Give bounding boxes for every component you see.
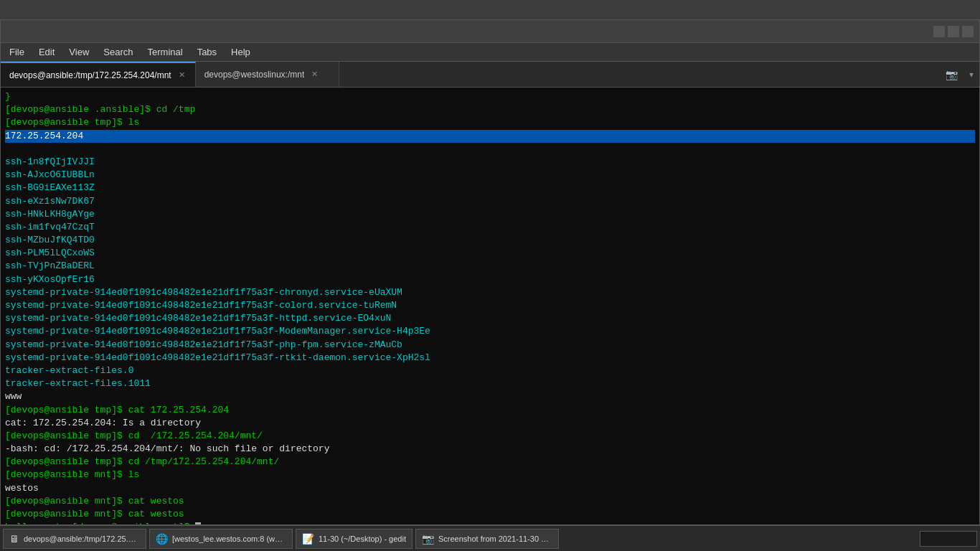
terminal-line: systemd-private-914ed0f1091c498482e1e21d… <box>5 352 430 363</box>
menu-item-search[interactable]: Search <box>98 45 138 59</box>
terminal-line: systemd-private-914ed0f1091c498482e1e21d… <box>5 287 402 298</box>
taskbar-label: 11-30 (~/Desktop) - gedit <box>319 534 406 543</box>
close-button[interactable] <box>962 26 974 37</box>
tab-1[interactable]: devops@ansible:/tmp/172.25.254.204/mnt ✕ <box>1 62 196 87</box>
menu-item-terminal[interactable]: Terminal <box>142 45 189 59</box>
terminal-line: [devops@ansible mnt]$ cat westos <box>5 509 184 519</box>
terminal-line: -bash: cd: /172.25.254.204/mnt/: No such… <box>5 443 329 454</box>
terminal-cursor <box>195 522 201 524</box>
terminal-line: ssh-TVjPnZBaDERL <box>5 260 95 271</box>
taskbar-search-input[interactable] <box>920 531 977 547</box>
camera-icon: 📷 <box>946 69 958 80</box>
terminal-line: [devops@ansible tmp]$ cd /172.25.254.204… <box>5 430 263 441</box>
system-bar <box>0 0 980 19</box>
terminal-line: [devops@ansible mnt]$ ls <box>5 469 139 480</box>
terminal-line: ssh-BG9iEAXe113Z <box>5 182 95 193</box>
taskbar-item-tb2[interactable]: 🌐[westos_lee.westos.com:8 (westos)... <box>149 529 293 549</box>
taskbar-icon: 📝 <box>302 533 314 545</box>
title-bar <box>1 20 979 43</box>
terminal-line: systemd-private-914ed0f1091c498482e1e21d… <box>5 300 397 311</box>
terminal-line: ssh-1n8fQIjIVJJI <box>5 156 95 167</box>
terminal-line: ssh-im1fvq47CzqT <box>5 222 95 232</box>
menu-item-view[interactable]: View <box>63 45 95 59</box>
terminal-line: [devops@ansible mnt]$ cat westos <box>5 496 184 507</box>
terminal-line: ssh-eXz1sNw7DK67 <box>5 196 95 207</box>
terminal-line: ssh-PLM5lLQCxoWS <box>5 248 95 258</box>
tab-2-label: devops@westoslinux:/mnt <box>204 70 305 80</box>
terminal-line: westos <box>5 483 39 494</box>
taskbar-icon: 🌐 <box>156 533 168 545</box>
tab-2[interactable]: devops@westoslinux:/mnt ✕ <box>196 62 339 87</box>
tab-2-close[interactable]: ✕ <box>310 70 319 79</box>
terminal-line: systemd-private-914ed0f1091c498482e1e21d… <box>5 339 402 350</box>
terminal-line: } <box>5 91 11 102</box>
taskbar-label: [westos_lee.westos.com:8 (westos)... <box>172 534 286 543</box>
tab-1-label: devops@ansible:/tmp/172.25.254.204/mnt <box>9 70 171 80</box>
menu-item-help[interactable]: Help <box>225 45 256 59</box>
tab-dropdown-button[interactable]: ▾ <box>963 62 979 87</box>
taskbar-icon: 📷 <box>422 533 434 545</box>
taskbar-item-tb4[interactable]: 📷Screenshot from 2021-11-30 11-4... <box>415 529 559 549</box>
terminal-line: www <box>5 391 22 402</box>
tabs-bar: devops@ansible:/tmp/172.25.254.204/mnt ✕… <box>1 62 979 88</box>
taskbar-icon: 🖥 <box>9 533 19 545</box>
chevron-down-icon: ▾ <box>969 70 974 80</box>
terminal-line: tracker-extract-files.1011 <box>5 378 151 389</box>
terminal-line: systemd-private-914ed0f1091c498482e1e21d… <box>5 326 430 336</box>
menu-item-tabs[interactable]: Tabs <box>192 45 222 59</box>
taskbar-label: devops@ansible:/tmp/172.25.254.2... <box>24 534 140 543</box>
terminal-line: ssh-HNkLKH8gAYge <box>5 209 95 220</box>
menu-item-file[interactable]: File <box>4 45 30 59</box>
terminal-line: [devops@ansible tmp]$ cd /tmp/172.25.254… <box>5 456 279 467</box>
terminal-line: ssh-yKXosOpfEr16 <box>5 274 95 285</box>
terminal-line: hello westos[devops@ansible mnt]$ <box>5 522 201 524</box>
taskbar-right <box>920 531 977 547</box>
terminal-window: FileEditViewSearchTerminalTabsHelp devop… <box>0 19 980 525</box>
terminal-line: [devops@ansible tmp]$ ls <box>5 117 139 128</box>
terminal-line: ssh-AJxcO6IUBBLn <box>5 169 95 180</box>
terminal-content[interactable]: }[devops@ansible .ansible]$ cd /tmp[devo… <box>1 88 979 524</box>
terminal-line: 172.25.254.204 <box>5 130 975 143</box>
terminal-line: tracker-extract-files.0 <box>5 365 133 376</box>
maximize-button[interactable] <box>948 26 959 37</box>
minimize-button[interactable] <box>933 26 945 37</box>
window-controls <box>933 26 974 37</box>
taskbar-item-tb3[interactable]: 📝11-30 (~/Desktop) - gedit <box>296 529 413 549</box>
terminal-line: [devops@ansible .ansible]$ cd /tmp <box>5 104 195 115</box>
taskbar-label: Screenshot from 2021-11-30 11-4... <box>438 534 552 543</box>
terminal-line: [devops@ansible tmp]$ cat 172.25.254.204 <box>5 405 229 415</box>
new-tab-button[interactable]: 📷 <box>940 62 963 87</box>
terminal-line: ssh-MZbuJfKQ4TD0 <box>5 235 95 245</box>
taskbar-item-tb1[interactable]: 🖥devops@ansible:/tmp/172.25.254.2... <box>3 529 146 549</box>
tab-1-close[interactable]: ✕ <box>177 70 187 80</box>
taskbar: 🖥devops@ansible:/tmp/172.25.254.2...🌐[we… <box>0 525 980 551</box>
menu-bar: FileEditViewSearchTerminalTabsHelp <box>1 43 979 62</box>
menu-item-edit[interactable]: Edit <box>33 45 60 59</box>
terminal-line: cat: 172.25.254.204: Is a directory <box>5 418 201 428</box>
terminal-line: systemd-private-914ed0f1091c498482e1e21d… <box>5 313 391 324</box>
